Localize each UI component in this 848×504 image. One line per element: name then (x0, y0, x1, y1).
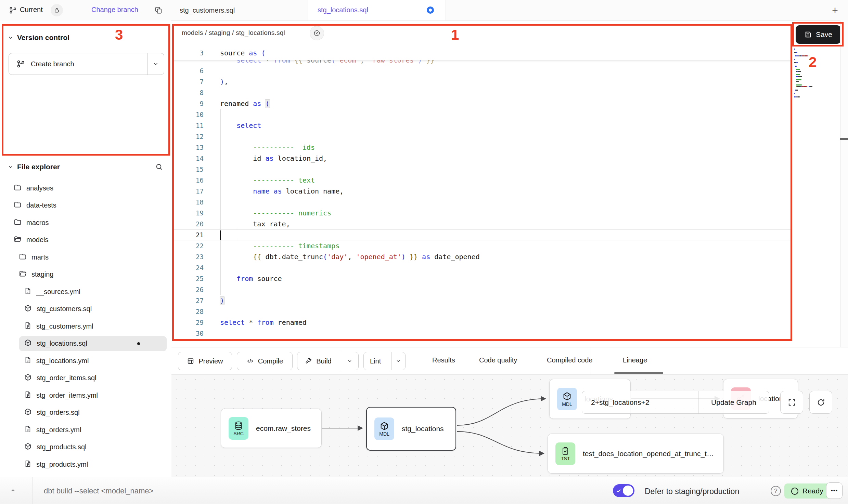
file-item-analyses[interactable]: analyses (0, 181, 166, 196)
fullscreen-button[interactable] (780, 391, 803, 414)
code-line-24[interactable]: 24 (173, 262, 792, 273)
code-line-20[interactable]: 20 tax_rate, (173, 218, 792, 229)
code-line-15[interactable]: 15 (173, 164, 792, 175)
lint-dropdown[interactable] (391, 352, 405, 370)
code-line-9[interactable]: 9renamed as ( (173, 98, 792, 109)
search-icon[interactable] (155, 160, 163, 174)
line-number: 27 (173, 295, 204, 306)
preview-button[interactable]: Preview (178, 352, 232, 370)
file-explorer-header[interactable]: File explorer (0, 160, 171, 174)
code-line-14[interactable]: 14 id as location_id, (173, 153, 792, 164)
version-control-header[interactable]: Version control (0, 31, 171, 44)
line-number: 29 (173, 317, 204, 328)
code-line-26[interactable]: 26 (173, 284, 792, 295)
branch-area: Current Change branch (0, 0, 170, 21)
lint-button[interactable]: Lint (363, 352, 406, 370)
file-item-stg_order_items.yml[interactable]: stg_order_items.yml (0, 388, 166, 403)
change-branch-link[interactable]: Change branch (91, 6, 138, 14)
folder-icon (14, 201, 22, 210)
file-item-stg_locations.yml[interactable]: stg_locations.yml (0, 353, 166, 368)
tab-results[interactable]: Results (432, 356, 455, 364)
tab-stg-customers-sql[interactable]: stg_customers.sql (170, 0, 308, 21)
file-item-stg_orders.sql[interactable]: stg_orders.sql (0, 405, 166, 420)
database-icon: SRC (229, 417, 248, 440)
copilot-compass-icon[interactable] (310, 26, 324, 40)
lineage-node-ecom-raw_stores[interactable]: SRCecom.raw_stores (221, 409, 322, 448)
lineage-node-test_does_location_opened_at_trunc_t-[interactable]: TSTtest_does_location_opened_at_trunc_t… (548, 434, 724, 474)
sidebar-divider (0, 156, 171, 156)
build-button[interactable]: Build (297, 352, 359, 370)
tab-lineage[interactable]: Lineage (623, 356, 647, 364)
tab-compiled-code[interactable]: Compiled code (547, 356, 592, 364)
lineage-node-stg_locations[interactable]: MDLstg_locations (366, 407, 456, 451)
chevron-down-icon (8, 164, 14, 170)
copy-icon[interactable] (154, 6, 163, 15)
code-line-22[interactable]: 22 ---------- timestamps (173, 240, 792, 251)
lineage-selector-input[interactable] (582, 391, 698, 413)
command-input[interactable] (43, 484, 558, 498)
file-item-stg_customers.yml[interactable]: stg_customers.yml (0, 319, 166, 334)
file-item-label: __sources.yml (36, 288, 80, 296)
doc-icon (24, 287, 31, 296)
tab-code-quality[interactable]: Code quality (479, 356, 517, 364)
code-editor[interactable]: 3 source as ( select * from {{ source('e… (173, 46, 792, 340)
defer-toggle[interactable] (613, 484, 634, 497)
code-line-11[interactable]: 11 select (173, 120, 792, 131)
minimap[interactable] (794, 49, 838, 112)
file-item-marts[interactable]: marts (0, 250, 166, 265)
chevron-up-icon[interactable] (10, 487, 16, 494)
create-branch-button[interactable]: Create branch (9, 53, 164, 75)
file-item-label: stg_orders.sql (37, 409, 80, 416)
file-item-stg_locations.sql[interactable]: stg_locations.sql (19, 336, 167, 351)
refresh-button[interactable] (809, 391, 832, 414)
save-icon (804, 31, 812, 38)
file-item-stg_customers.sql[interactable]: stg_customers.sql (0, 302, 166, 317)
line-number: 17 (173, 186, 204, 197)
code-line-6[interactable]: 6 (173, 65, 792, 76)
file-item-models[interactable]: models (0, 233, 166, 248)
code-line-10[interactable]: 10 (173, 109, 792, 120)
code-text: ---------- ids (220, 142, 315, 153)
code-line-17[interactable]: 17 name as location_name, (173, 186, 792, 197)
code-text: renamed as ( (220, 98, 270, 109)
code-line-29[interactable]: 29select * from renamed (173, 317, 792, 328)
file-item-staging[interactable]: staging (0, 267, 166, 282)
help-icon[interactable]: ? (771, 486, 781, 496)
code-line-23[interactable]: 23 {{ dbt.date_trunc('day', 'opened_at')… (173, 251, 792, 262)
code-line-19[interactable]: 19 ---------- numerics (173, 208, 792, 218)
code-line-28[interactable]: 28 (173, 306, 792, 317)
new-tab-button[interactable]: + (828, 3, 842, 17)
file-item-stg_orders.yml[interactable]: stg_orders.yml (0, 422, 166, 437)
tab-stg-locations-sql[interactable]: stg_locations.sql (308, 0, 446, 21)
code-line-13[interactable]: 13 ---------- ids (173, 142, 792, 153)
panel-resize-handle[interactable] (840, 138, 848, 140)
build-dropdown[interactable] (342, 352, 357, 370)
save-button[interactable]: Save (796, 25, 841, 44)
file-item-label: staging (31, 270, 54, 278)
code-line-8[interactable]: 8 (173, 87, 792, 98)
status-badge[interactable]: Ready (784, 483, 830, 499)
file-item-stg_products.sql[interactable]: stg_products.sql (0, 440, 166, 455)
code-line-25[interactable]: 25 from source (173, 273, 792, 284)
code-line-16[interactable]: 16 ---------- text (173, 175, 792, 186)
file-item-data-tests[interactable]: data-tests (0, 198, 166, 213)
model-icon (24, 442, 32, 452)
file-item-macros[interactable]: macros (0, 215, 166, 230)
code-line-12[interactable]: 12 (173, 131, 792, 142)
more-options-button[interactable]: ••• (826, 482, 843, 499)
update-graph-button[interactable]: Update Graph (698, 391, 769, 413)
code-line-18[interactable]: 18 (173, 197, 792, 208)
lineage-canvas[interactable]: SRCecom.raw_storesMDLstg_locationsMDLloc… (171, 375, 848, 477)
code-line-27[interactable]: 27) (173, 295, 792, 306)
compile-button[interactable]: Compile (237, 352, 293, 370)
create-branch-dropdown[interactable] (147, 53, 164, 75)
file-item-__sources.yml[interactable]: __sources.yml (0, 284, 166, 299)
file-item-stg_products.yml[interactable]: stg_products.yml (0, 457, 166, 472)
git-branch-icon (9, 6, 17, 14)
code-line-21[interactable]: 21 (173, 229, 792, 240)
tab-label: stg_customers.sql (180, 6, 235, 14)
code-line-30[interactable]: 30 (173, 328, 792, 339)
unsaved-dot (137, 342, 140, 345)
code-line-7[interactable]: 7), (173, 76, 792, 87)
file-item-stg_order_items.sql[interactable]: stg_order_items.sql (0, 371, 166, 386)
